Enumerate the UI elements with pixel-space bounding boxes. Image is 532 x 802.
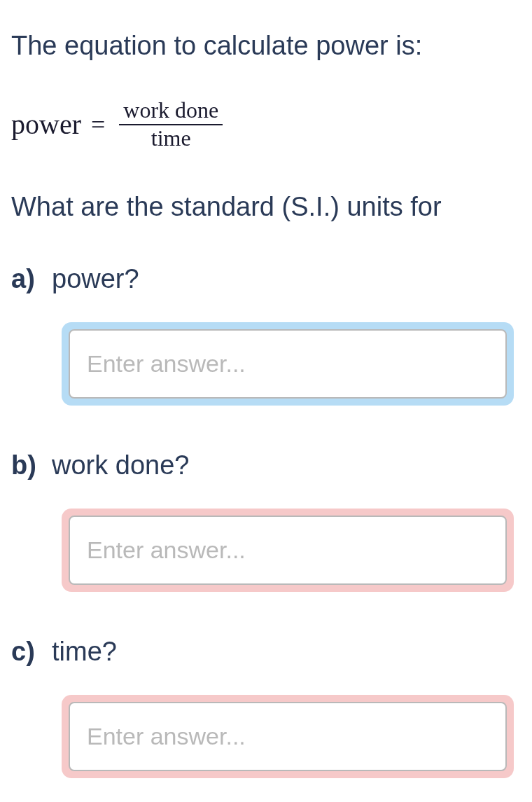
part-c-text: time? [52,637,117,667]
equation-equals: = [91,110,105,139]
part-a-answer-input[interactable] [69,329,507,399]
power-equation: power = work done time [11,99,521,150]
part-c-label: c) [11,637,52,667]
intro-text: The equation to calculate power is: [11,28,521,64]
part-b-label: b) [11,450,52,480]
part-b: b) work done? [11,450,521,592]
equation-numerator: work done [119,99,223,125]
part-c-answer-input[interactable] [69,702,507,771]
part-a-label: a) [11,264,52,294]
part-a-text: power? [52,264,139,294]
equation-denominator: time [147,125,195,151]
part-c: c) time? [11,637,521,778]
part-a-input-wrap [62,322,514,406]
part-b-text: work done? [52,450,189,480]
question-prompt: What are the standard (S.I.) units for [11,192,521,222]
part-b-input-wrap [62,509,514,592]
equation-fraction: work done time [119,99,223,150]
part-a: a) power? [11,264,521,406]
equation-lhs: power [11,108,81,141]
part-b-answer-input[interactable] [69,516,507,585]
part-c-input-wrap [62,695,514,778]
